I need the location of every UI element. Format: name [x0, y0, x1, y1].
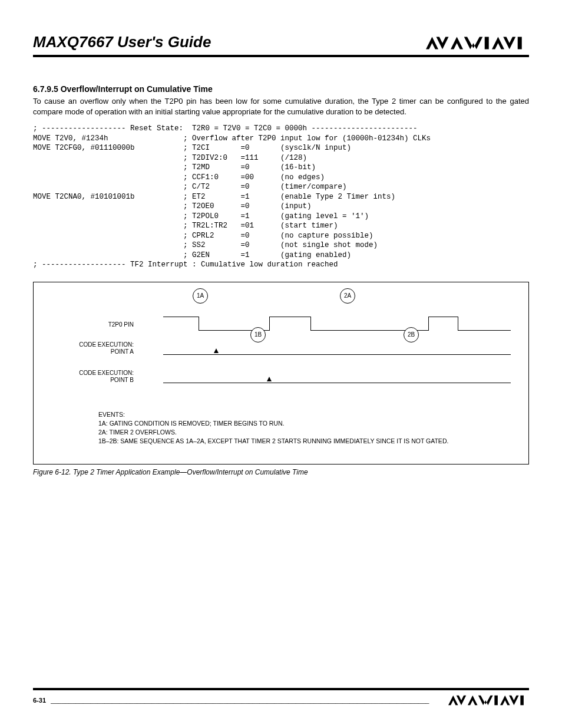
svg-marker-1	[437, 37, 449, 50]
section-description: To cause an overflow only when the T2P0 …	[33, 96, 529, 117]
svg-rect-7	[518, 37, 522, 50]
exec-b-line	[163, 383, 511, 383]
event-2a: 2A: TIMER 2 OVERFLOWS.	[98, 428, 448, 437]
marker-2b: 2B	[404, 327, 419, 342]
marker-2a: 2A	[340, 288, 355, 304]
t2p0-waveform	[163, 317, 511, 331]
svg-marker-14	[509, 696, 519, 706]
svg-rect-4	[485, 37, 489, 50]
svg-rect-12	[494, 696, 498, 706]
svg-marker-2	[451, 37, 463, 50]
event-1a: 1A: GATING CONDITION IS REMOVED; TIMER B…	[98, 419, 448, 428]
event-1b2b: 1B–2B: SAME SEQUENCE AS 1A–2A, EXCEPT TH…	[98, 437, 448, 446]
doc-title: MAXQ7667 User's Guide	[33, 33, 211, 51]
maxim-logo	[426, 35, 529, 51]
t2p0-pin-label: T2P0 PIN	[63, 321, 134, 328]
code-listing: ; ------------------- Reset State: T2R0 …	[33, 124, 529, 270]
svg-marker-5	[492, 37, 504, 50]
section-heading: 6.7.9.5 Overflow/Interrupt on Cumulative…	[33, 84, 529, 94]
page-footer: 6-31 ___________________________________…	[33, 688, 529, 707]
exec-a-arrow	[214, 348, 219, 353]
svg-marker-0	[426, 37, 438, 50]
svg-marker-10	[468, 696, 478, 706]
page-number: 6-31	[33, 697, 46, 704]
footer-fill: ________________________________________…	[51, 697, 443, 704]
svg-marker-9	[456, 696, 466, 706]
marker-1a: 1A	[193, 288, 208, 304]
figure-caption: Figure 6-12. Type 2 Timer Application Ex…	[33, 468, 529, 476]
svg-marker-11	[478, 696, 492, 706]
svg-rect-15	[520, 696, 524, 706]
exec-a-line	[163, 354, 511, 355]
events-block: EVENTS: 1A: GATING CONDITION IS REMOVED;…	[98, 410, 448, 446]
svg-marker-13	[500, 696, 510, 706]
exec-b-arrow	[267, 377, 272, 381]
code-exec-b-label: CODE EXECUTION: POINT B	[63, 370, 134, 384]
svg-marker-3	[464, 37, 483, 50]
timing-diagram: T2P0 PIN CODE EXECUTION: POINT A CODE EX…	[33, 282, 529, 465]
svg-marker-6	[503, 37, 515, 50]
code-exec-a-label: CODE EXECUTION: POINT A	[63, 341, 134, 355]
maxim-logo-footer	[448, 694, 530, 707]
events-title: EVENTS:	[98, 410, 448, 419]
svg-marker-8	[448, 696, 458, 706]
page-header: MAXQ7667 User's Guide	[33, 33, 529, 57]
marker-1b: 1B	[250, 327, 266, 342]
